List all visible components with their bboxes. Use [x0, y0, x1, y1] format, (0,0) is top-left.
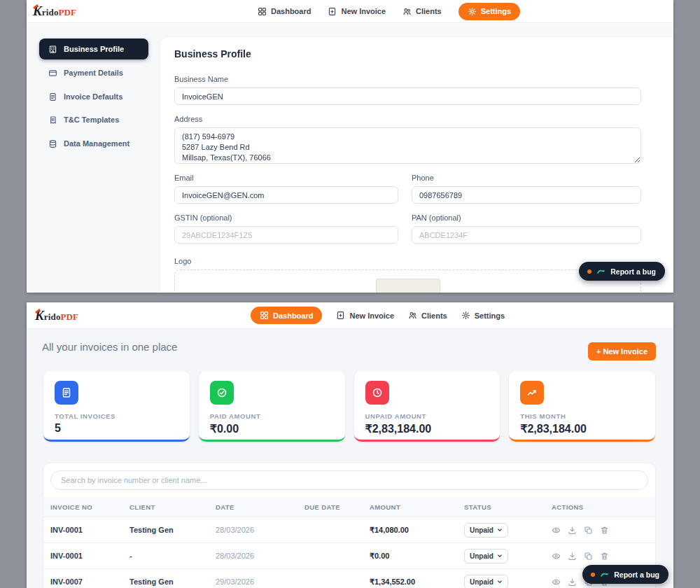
- app-header: KridoPDF Dashboard New Invoice Clients S…: [27, 0, 673, 23]
- nav-new-invoice[interactable]: New Invoice: [336, 311, 394, 320]
- app-logo[interactable]: KridoPDF: [33, 4, 76, 19]
- chevron-down-icon: [497, 527, 503, 533]
- stat-card-unpaid-amount: UNPAID AMOUNT ₹2,83,184.00: [354, 371, 500, 442]
- sidebar-item-data-management[interactable]: Data Management: [39, 133, 148, 154]
- cell-date: 29/03/2026: [216, 578, 304, 586]
- col-date: DATE: [216, 503, 304, 511]
- cell-client: Testing Gen: [130, 526, 216, 534]
- view-icon[interactable]: [552, 578, 561, 587]
- settings-screen: KridoPDF Dashboard New Invoice Clients S…: [27, 0, 673, 293]
- business-name-field[interactable]: [174, 88, 641, 105]
- sidebar-item-business-profile[interactable]: Business Profile: [39, 38, 148, 59]
- nav-clients-label: Clients: [421, 312, 447, 320]
- status-dropdown[interactable]: Unpaid: [464, 523, 508, 538]
- email-field[interactable]: [174, 186, 398, 204]
- credit-card-icon: [48, 69, 57, 78]
- users-icon: [408, 311, 417, 320]
- sidebar-label: T&C Templates: [64, 115, 119, 124]
- nav-settings[interactable]: Settings: [461, 311, 505, 320]
- phone-field[interactable]: [412, 186, 641, 204]
- report-bug-button[interactable]: Report a bug: [579, 262, 665, 281]
- logo-suffix: PDF: [59, 7, 76, 18]
- view-icon[interactable]: [552, 552, 561, 561]
- nav-dashboard[interactable]: Dashboard: [258, 7, 311, 16]
- database-icon: [48, 139, 57, 148]
- stat-card-total-invoices: TOTAL INVOICES 5: [43, 371, 190, 442]
- nav-new-invoice-label: New Invoice: [341, 7, 386, 15]
- col-status: STATUS: [464, 503, 552, 511]
- cell-amount: ₹0.00: [370, 552, 464, 561]
- table-row: INV-0001 Testing Gen 28/03/2026 ₹14,080.…: [43, 517, 655, 542]
- sidebar-label: Data Management: [64, 139, 130, 148]
- view-icon[interactable]: [552, 526, 561, 535]
- duplicate-icon[interactable]: [584, 526, 593, 535]
- row-actions: [552, 552, 655, 561]
- address-field[interactable]: (817) 594-6979 5287 Lazy Bend Rd Millsap…: [174, 127, 641, 164]
- cell-amount: ₹14,080.00: [370, 526, 464, 535]
- download-icon[interactable]: [568, 578, 577, 587]
- nav-clients[interactable]: Clients: [402, 7, 442, 16]
- status-value: Unpaid: [470, 526, 493, 534]
- table-header-row: INVOICE NO CLIENT DATE DUE DATE AMOUNT S…: [43, 497, 655, 517]
- cell-client: Testing Gen: [130, 578, 216, 586]
- new-invoice-button[interactable]: + New Invoice: [588, 342, 656, 360]
- gear-icon: [461, 311, 470, 320]
- stat-card-this-month: THIS MONTH ₹2,83,184.00: [509, 371, 655, 442]
- users-icon: [402, 7, 412, 16]
- nav-clients[interactable]: Clients: [408, 311, 447, 320]
- stat-label: THIS MONTH: [520, 412, 644, 420]
- row-actions: [552, 526, 655, 535]
- pan-field[interactable]: [412, 226, 641, 244]
- report-bug-label: Report a bug: [614, 570, 659, 579]
- cell-invoice-no: INV-0007: [50, 578, 130, 586]
- stat-value: ₹2,83,184.00: [365, 422, 489, 435]
- download-icon[interactable]: [568, 526, 577, 535]
- gstin-field[interactable]: [174, 226, 398, 244]
- sidebar-item-invoice-defaults[interactable]: Invoice Defaults: [39, 86, 148, 107]
- report-bug-button[interactable]: Report a bug: [582, 565, 668, 584]
- delete-icon[interactable]: [600, 552, 609, 561]
- stats-row: TOTAL INVOICES 5 PAID AMOUNT ₹0.00 UNPAI…: [43, 371, 655, 442]
- nav-settings[interactable]: Settings: [458, 3, 520, 20]
- bug-icon: [596, 267, 606, 276]
- page-title: All your invoices in one place: [42, 341, 177, 353]
- stat-label: UNPAID AMOUNT: [365, 412, 489, 420]
- col-due-date: DUE DATE: [304, 503, 370, 511]
- nav-settings-label: Settings: [481, 7, 511, 15]
- receipt-icon: [48, 115, 57, 125]
- business-name-label: Business Name: [174, 75, 673, 83]
- sidebar-label: Business Profile: [64, 45, 124, 53]
- nav-dashboard-label: Dashboard: [273, 312, 313, 320]
- delete-icon[interactable]: [600, 526, 609, 535]
- trend-up-icon: [520, 381, 544, 405]
- app-logo[interactable]: KridoPDF: [35, 308, 78, 323]
- duplicate-icon[interactable]: [584, 552, 593, 561]
- nav-settings-label: Settings: [475, 312, 505, 320]
- page-title: Business Profile: [174, 48, 673, 59]
- logo-dropzone[interactable]: [174, 270, 641, 293]
- sidebar-item-tc-templates[interactable]: T&C Templates: [39, 109, 148, 130]
- logo-name: rido: [44, 312, 61, 322]
- pan-label: PAN (optional): [412, 214, 641, 222]
- top-nav: Dashboard New Invoice Clients Settings: [258, 0, 520, 22]
- cell-amount: ₹1,34,552.00: [370, 578, 464, 587]
- nav-new-invoice[interactable]: New Invoice: [328, 7, 386, 16]
- cell-client: -: [130, 552, 216, 560]
- nav-dashboard[interactable]: Dashboard: [251, 307, 322, 324]
- bug-icon: [600, 570, 609, 579]
- chevron-down-icon: [497, 579, 503, 584]
- stat-value: ₹2,83,184.00: [520, 422, 644, 435]
- search-input[interactable]: [50, 470, 648, 490]
- logo-suffix: PDF: [61, 312, 78, 322]
- nav-new-invoice-label: New Invoice: [349, 312, 394, 320]
- phone-label: Phone: [412, 174, 641, 182]
- sidebar-label: Payment Details: [64, 69, 123, 77]
- download-icon[interactable]: [568, 552, 577, 561]
- stat-value: ₹0.00: [210, 422, 334, 435]
- sidebar-item-payment-details[interactable]: Payment Details: [39, 62, 148, 83]
- status-dropdown[interactable]: Unpaid: [464, 549, 508, 564]
- check-circle-icon: [210, 381, 234, 405]
- stat-card-paid-amount: PAID AMOUNT ₹0.00: [199, 371, 345, 442]
- sidebar-label: Invoice Defaults: [64, 92, 122, 101]
- status-dropdown[interactable]: Unpaid: [464, 575, 508, 588]
